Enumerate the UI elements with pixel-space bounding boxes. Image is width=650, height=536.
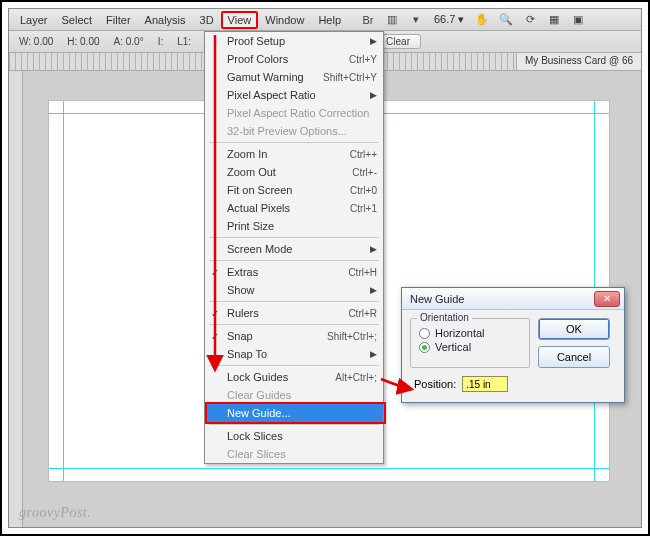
menu-window[interactable]: Window bbox=[258, 11, 311, 29]
menu-item[interactable]: ✓SnapShift+Ctrl+; bbox=[205, 327, 383, 345]
check-icon: ✓ bbox=[211, 331, 219, 342]
menu-item[interactable]: Gamut WarningShift+Ctrl+Y bbox=[205, 68, 383, 86]
guide-horizontal[interactable] bbox=[49, 468, 609, 469]
menu-item: Pixel Aspect Ratio Correction bbox=[205, 104, 383, 122]
menu-item[interactable]: Lock GuidesAlt+Ctrl+; bbox=[205, 368, 383, 386]
zoom-percent[interactable]: 66.7 ▾ bbox=[428, 13, 470, 26]
menu-item-label: Clear Slices bbox=[227, 448, 286, 460]
submenu-arrow-icon: ▶ bbox=[370, 244, 377, 254]
menu-separator bbox=[209, 237, 379, 238]
document-tab[interactable]: My Business Card @ 66 bbox=[516, 53, 641, 70]
submenu-arrow-icon: ▶ bbox=[370, 90, 377, 100]
menu-shortcut: Ctrl++ bbox=[350, 149, 377, 160]
menu-item[interactable]: Print Size bbox=[205, 217, 383, 235]
menu-item[interactable]: Actual PixelsCtrl+1 bbox=[205, 199, 383, 217]
menu-item-label: Extras bbox=[227, 266, 258, 278]
arrange-icon[interactable]: ▦ bbox=[545, 12, 563, 28]
menu-item[interactable]: ✓ExtrasCtrl+H bbox=[205, 263, 383, 281]
menu-item[interactable]: Show▶ bbox=[205, 281, 383, 299]
watermark: groovyPost. bbox=[19, 505, 91, 521]
opt-width: W: 0.00 bbox=[19, 36, 53, 47]
menu-layer[interactable]: Layer bbox=[13, 11, 55, 29]
menu-view[interactable]: View bbox=[221, 11, 259, 29]
menu-shortcut: Ctrl+0 bbox=[350, 185, 377, 196]
zoom-tool-icon[interactable]: 🔍 bbox=[497, 12, 515, 28]
screenmode-icon[interactable]: ▣ bbox=[569, 12, 587, 28]
menu-shortcut: Ctrl+- bbox=[352, 167, 377, 178]
menu-item[interactable]: New Guide... bbox=[205, 404, 383, 422]
menu-shortcut: Ctrl+R bbox=[348, 308, 377, 319]
tool-icon[interactable]: ▥ bbox=[383, 12, 401, 28]
menu-item[interactable]: Proof ColorsCtrl+Y bbox=[205, 50, 383, 68]
bridge-icon[interactable]: Br bbox=[359, 12, 377, 28]
menu-separator bbox=[209, 142, 379, 143]
menu-filter[interactable]: Filter bbox=[99, 11, 137, 29]
ok-button[interactable]: OK bbox=[538, 318, 610, 340]
menu-item[interactable]: Proof Setup▶ bbox=[205, 32, 383, 50]
menubar: Layer Select Filter Analysis 3D View Win… bbox=[9, 9, 641, 31]
position-label: Position: bbox=[414, 378, 456, 390]
menu-item[interactable]: Pixel Aspect Ratio▶ bbox=[205, 86, 383, 104]
menu-item-label: Zoom In bbox=[227, 148, 267, 160]
cancel-button[interactable]: Cancel bbox=[538, 346, 610, 368]
orientation-group: Orientation Horizontal Vertical bbox=[410, 318, 530, 368]
ruler-vertical bbox=[9, 71, 23, 527]
rotate-icon[interactable]: ⟳ bbox=[521, 12, 539, 28]
menu-help[interactable]: Help bbox=[311, 11, 348, 29]
menu-item-label: Fit on Screen bbox=[227, 184, 292, 196]
menu-shortcut: Shift+Ctrl+Y bbox=[323, 72, 377, 83]
menu-item-label: Snap bbox=[227, 330, 253, 342]
menu-item-label: Gamut Warning bbox=[227, 71, 304, 83]
menu-item[interactable]: Lock Slices bbox=[205, 427, 383, 445]
menu-item[interactable]: Zoom InCtrl++ bbox=[205, 145, 383, 163]
menu-select[interactable]: Select bbox=[55, 11, 100, 29]
menu-item: Clear Slices bbox=[205, 445, 383, 463]
menu-item[interactable]: ✓RulersCtrl+R bbox=[205, 304, 383, 322]
radio-horizontal[interactable]: Horizontal bbox=[419, 327, 521, 339]
menu-item-label: Snap To bbox=[227, 348, 267, 360]
orientation-legend: Orientation bbox=[417, 312, 472, 323]
guide-vertical[interactable] bbox=[63, 101, 64, 481]
submenu-arrow-icon: ▶ bbox=[370, 285, 377, 295]
submenu-arrow-icon: ▶ bbox=[370, 349, 377, 359]
opt-height: H: 0.00 bbox=[67, 36, 99, 47]
radio-label: Vertical bbox=[435, 341, 471, 353]
menu-item[interactable]: Fit on ScreenCtrl+0 bbox=[205, 181, 383, 199]
menu-item[interactable]: Snap To▶ bbox=[205, 345, 383, 363]
menu-item-label: New Guide... bbox=[227, 407, 291, 419]
check-icon: ✓ bbox=[211, 267, 219, 278]
menu-separator bbox=[209, 301, 379, 302]
submenu-arrow-icon: ▶ bbox=[370, 36, 377, 46]
opt-angle: A: 0.0° bbox=[114, 36, 144, 47]
menu-item-label: Show bbox=[227, 284, 255, 296]
menu-item-label: Actual Pixels bbox=[227, 202, 290, 214]
dropdown-icon[interactable]: ▾ bbox=[407, 12, 425, 28]
menu-item-label: 32-bit Preview Options... bbox=[227, 125, 347, 137]
menu-analysis[interactable]: Analysis bbox=[138, 11, 193, 29]
opt-i: I: bbox=[158, 36, 164, 47]
dialog-title: New Guide bbox=[410, 293, 464, 305]
menu-item-label: Print Size bbox=[227, 220, 274, 232]
menu-item[interactable]: Zoom OutCtrl+- bbox=[205, 163, 383, 181]
menu-shortcut: Ctrl+Y bbox=[349, 54, 377, 65]
radio-vertical[interactable]: Vertical bbox=[419, 341, 521, 353]
menu-item[interactable]: Screen Mode▶ bbox=[205, 240, 383, 258]
menu-item-label: Proof Setup bbox=[227, 35, 285, 47]
menu-item: 32-bit Preview Options... bbox=[205, 122, 383, 140]
menu-3d[interactable]: 3D bbox=[193, 11, 221, 29]
menu-shortcut: Ctrl+1 bbox=[350, 203, 377, 214]
check-icon: ✓ bbox=[211, 308, 219, 319]
menu-shortcut: Alt+Ctrl+; bbox=[335, 372, 377, 383]
new-guide-dialog: New Guide ✕ Orientation Horizontal Verti… bbox=[401, 287, 625, 403]
dialog-titlebar[interactable]: New Guide ✕ bbox=[402, 288, 624, 310]
menu-item-label: Pixel Aspect Ratio bbox=[227, 89, 316, 101]
menu-item: Clear Guides bbox=[205, 386, 383, 404]
hand-tool-icon[interactable]: ✋ bbox=[473, 12, 491, 28]
opt-l1: L1: bbox=[177, 36, 191, 47]
menu-item-label: Proof Colors bbox=[227, 53, 288, 65]
menu-separator bbox=[209, 365, 379, 366]
close-icon[interactable]: ✕ bbox=[594, 291, 620, 307]
position-input[interactable]: .15 in bbox=[462, 376, 508, 392]
menu-shortcut: Shift+Ctrl+; bbox=[327, 331, 377, 342]
menu-item-label: Lock Slices bbox=[227, 430, 283, 442]
